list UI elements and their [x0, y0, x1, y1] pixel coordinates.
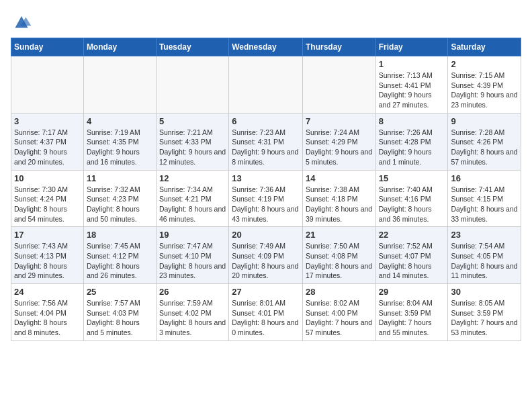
day-number: 7 [306, 116, 373, 126]
calendar-cell: 23Sunrise: 7:54 AMSunset: 4:05 PMDayligh… [448, 227, 521, 284]
day-number: 26 [159, 287, 226, 297]
calendar-cell: 22Sunrise: 7:52 AMSunset: 4:07 PMDayligh… [375, 227, 448, 284]
logo-icon [11, 11, 32, 32]
calendar-cell: 30Sunrise: 8:05 AMSunset: 3:59 PMDayligh… [448, 284, 521, 341]
day-number: 25 [87, 287, 153, 297]
calendar-week-row: 3Sunrise: 7:17 AMSunset: 4:37 PMDaylight… [11, 113, 521, 170]
day-number: 20 [232, 230, 300, 240]
day-of-week-header: Friday [375, 38, 448, 56]
calendar-cell: 28Sunrise: 8:02 AMSunset: 4:00 PMDayligh… [302, 284, 375, 341]
calendar-cell: 20Sunrise: 7:49 AMSunset: 4:09 PMDayligh… [229, 227, 303, 284]
calendar-cell: 9Sunrise: 7:28 AMSunset: 4:26 PMDaylight… [448, 113, 521, 170]
day-info: Sunrise: 7:34 AMSunset: 4:21 PMDaylight:… [159, 185, 226, 224]
day-number: 24 [14, 287, 81, 297]
calendar-cell: 27Sunrise: 8:01 AMSunset: 4:01 PMDayligh… [229, 284, 303, 341]
calendar-cell: 8Sunrise: 7:26 AMSunset: 4:28 PMDaylight… [375, 113, 448, 170]
calendar-cell [156, 56, 228, 113]
day-number: 13 [232, 173, 300, 183]
day-info: Sunrise: 7:59 AMSunset: 4:02 PMDaylight:… [159, 298, 226, 338]
day-info: Sunrise: 7:13 AMSunset: 4:41 PMDaylight:… [379, 71, 445, 110]
day-number: 27 [232, 287, 300, 297]
day-info: Sunrise: 7:49 AMSunset: 4:09 PMDaylight:… [232, 241, 300, 281]
day-info: Sunrise: 7:36 AMSunset: 4:19 PMDaylight:… [232, 185, 300, 224]
calendar-cell: 3Sunrise: 7:17 AMSunset: 4:37 PMDaylight… [11, 113, 84, 170]
calendar-cell: 4Sunrise: 7:19 AMSunset: 4:35 PMDaylight… [83, 113, 156, 170]
day-number: 12 [159, 173, 226, 183]
calendar-header-row: SundayMondayTuesdayWednesdayThursdayFrid… [11, 38, 521, 56]
day-info: Sunrise: 7:19 AMSunset: 4:35 PMDaylight:… [87, 128, 153, 167]
day-number: 1 [379, 59, 445, 69]
day-of-week-header: Sunday [11, 38, 84, 56]
day-info: Sunrise: 8:04 AMSunset: 3:59 PMDaylight:… [379, 298, 445, 338]
calendar-table: SundayMondayTuesdayWednesdayThursdayFrid… [11, 38, 521, 341]
day-info: Sunrise: 7:52 AMSunset: 4:07 PMDaylight:… [379, 241, 445, 281]
calendar-cell: 24Sunrise: 7:56 AMSunset: 4:04 PMDayligh… [11, 284, 84, 341]
day-number: 5 [159, 116, 226, 126]
day-info: Sunrise: 7:43 AMSunset: 4:13 PMDaylight:… [14, 241, 81, 281]
day-number: 19 [159, 230, 226, 240]
day-info: Sunrise: 7:17 AMSunset: 4:37 PMDaylight:… [14, 128, 81, 167]
calendar-cell [302, 56, 375, 113]
day-number: 6 [232, 116, 300, 126]
day-info: Sunrise: 7:26 AMSunset: 4:28 PMDaylight:… [379, 128, 445, 167]
calendar-cell: 2Sunrise: 7:15 AMSunset: 4:39 PMDaylight… [448, 56, 521, 113]
calendar-cell [229, 56, 303, 113]
calendar-cell: 15Sunrise: 7:40 AMSunset: 4:16 PMDayligh… [375, 170, 448, 227]
day-of-week-header: Monday [83, 38, 156, 56]
calendar-cell: 18Sunrise: 7:45 AMSunset: 4:12 PMDayligh… [83, 227, 156, 284]
day-info: Sunrise: 8:05 AMSunset: 3:59 PMDaylight:… [451, 298, 518, 338]
calendar-cell: 12Sunrise: 7:34 AMSunset: 4:21 PMDayligh… [156, 170, 228, 227]
day-number: 29 [379, 287, 445, 297]
day-info: Sunrise: 7:30 AMSunset: 4:24 PMDaylight:… [14, 185, 81, 224]
calendar-cell [83, 56, 156, 113]
day-number: 8 [379, 116, 445, 126]
calendar-cell: 25Sunrise: 7:57 AMSunset: 4:03 PMDayligh… [83, 284, 156, 341]
logo [11, 11, 35, 32]
calendar-cell: 29Sunrise: 8:04 AMSunset: 3:59 PMDayligh… [375, 284, 448, 341]
day-info: Sunrise: 7:45 AMSunset: 4:12 PMDaylight:… [87, 241, 153, 281]
day-of-week-header: Thursday [302, 38, 375, 56]
day-info: Sunrise: 7:41 AMSunset: 4:15 PMDaylight:… [451, 185, 518, 224]
calendar-cell: 1Sunrise: 7:13 AMSunset: 4:41 PMDaylight… [375, 56, 448, 113]
day-number: 10 [14, 173, 81, 183]
calendar-cell: 7Sunrise: 7:24 AMSunset: 4:29 PMDaylight… [302, 113, 375, 170]
calendar-cell: 21Sunrise: 7:50 AMSunset: 4:08 PMDayligh… [302, 227, 375, 284]
day-number: 21 [306, 230, 373, 240]
calendar-cell: 26Sunrise: 7:59 AMSunset: 4:02 PMDayligh… [156, 284, 228, 341]
day-info: Sunrise: 7:32 AMSunset: 4:23 PMDaylight:… [87, 185, 153, 224]
day-info: Sunrise: 7:28 AMSunset: 4:26 PMDaylight:… [451, 128, 518, 167]
day-info: Sunrise: 7:21 AMSunset: 4:33 PMDaylight:… [159, 128, 226, 167]
day-info: Sunrise: 8:01 AMSunset: 4:01 PMDaylight:… [232, 298, 300, 338]
day-info: Sunrise: 7:56 AMSunset: 4:04 PMDaylight:… [14, 298, 81, 338]
day-of-week-header: Tuesday [156, 38, 228, 56]
day-number: 23 [451, 230, 518, 240]
day-number: 17 [14, 230, 81, 240]
day-info: Sunrise: 7:38 AMSunset: 4:18 PMDaylight:… [306, 185, 373, 224]
day-info: Sunrise: 7:15 AMSunset: 4:39 PMDaylight:… [451, 71, 518, 110]
page-header [11, 11, 521, 32]
day-number: 15 [379, 173, 445, 183]
day-info: Sunrise: 8:02 AMSunset: 4:00 PMDaylight:… [306, 298, 373, 338]
calendar-week-row: 24Sunrise: 7:56 AMSunset: 4:04 PMDayligh… [11, 284, 521, 341]
day-number: 4 [87, 116, 153, 126]
day-number: 22 [379, 230, 445, 240]
calendar-cell: 19Sunrise: 7:47 AMSunset: 4:10 PMDayligh… [156, 227, 228, 284]
calendar-cell: 6Sunrise: 7:23 AMSunset: 4:31 PMDaylight… [229, 113, 303, 170]
calendar-cell: 16Sunrise: 7:41 AMSunset: 4:15 PMDayligh… [448, 170, 521, 227]
calendar-cell: 14Sunrise: 7:38 AMSunset: 4:18 PMDayligh… [302, 170, 375, 227]
day-number: 16 [451, 173, 518, 183]
calendar-cell [11, 56, 84, 113]
calendar-cell: 10Sunrise: 7:30 AMSunset: 4:24 PMDayligh… [11, 170, 84, 227]
calendar-cell: 5Sunrise: 7:21 AMSunset: 4:33 PMDaylight… [156, 113, 228, 170]
calendar-week-row: 17Sunrise: 7:43 AMSunset: 4:13 PMDayligh… [11, 227, 521, 284]
day-number: 30 [451, 287, 518, 297]
day-info: Sunrise: 7:23 AMSunset: 4:31 PMDaylight:… [232, 128, 300, 167]
calendar-week-row: 1Sunrise: 7:13 AMSunset: 4:41 PMDaylight… [11, 56, 521, 113]
calendar-cell: 13Sunrise: 7:36 AMSunset: 4:19 PMDayligh… [229, 170, 303, 227]
day-of-week-header: Saturday [448, 38, 521, 56]
day-of-week-header: Wednesday [229, 38, 303, 56]
day-info: Sunrise: 7:54 AMSunset: 4:05 PMDaylight:… [451, 241, 518, 281]
day-number: 11 [87, 173, 153, 183]
day-number: 2 [451, 59, 518, 69]
day-number: 9 [451, 116, 518, 126]
